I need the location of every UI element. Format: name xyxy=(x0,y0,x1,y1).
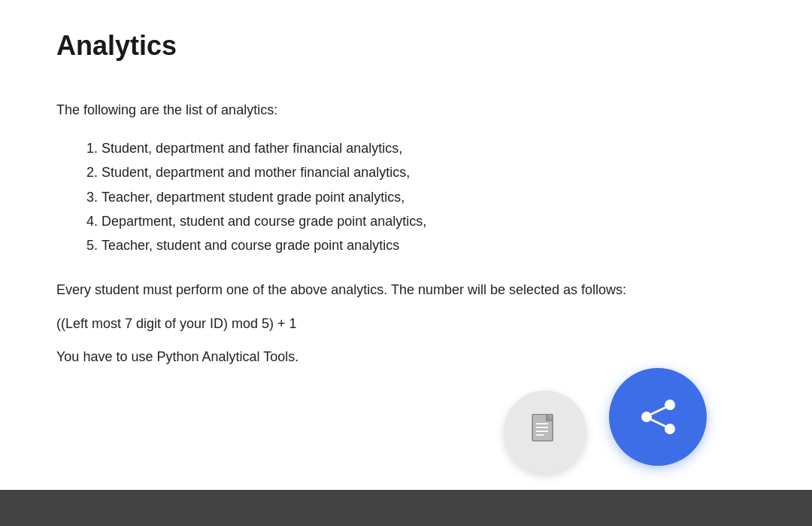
share-fab-button[interactable] xyxy=(609,368,707,466)
list-item: Student, department and father financial… xyxy=(102,136,665,160)
list-item: Teacher, student and course grade point … xyxy=(102,233,665,257)
document-fab-button[interactable] xyxy=(504,391,586,473)
list-item: Teacher, department student grade point … xyxy=(102,185,665,209)
list-item: Department, student and course grade poi… xyxy=(102,209,665,233)
page-title: Analytics xyxy=(56,30,665,62)
svg-point-12 xyxy=(665,424,675,434)
analytics-list: Student, department and father financial… xyxy=(102,136,665,258)
list-item: Student, department and mother financial… xyxy=(102,160,665,184)
body-paragraph: Every student must perform one of the ab… xyxy=(56,279,665,301)
document-icon xyxy=(526,413,564,451)
svg-line-13 xyxy=(652,408,665,414)
footer-bar xyxy=(0,490,812,526)
intro-text: The following are the list of analytics: xyxy=(56,99,665,121)
svg-point-11 xyxy=(641,412,652,422)
share-icon xyxy=(638,397,679,438)
footer-note: You have to use Python Analytical Tools. xyxy=(56,346,665,368)
formula-text: ((Left most 7 digit of your ID) mod 5) +… xyxy=(56,313,665,335)
main-content: Analytics The following are the list of … xyxy=(0,0,722,410)
svg-point-10 xyxy=(665,400,675,410)
svg-line-14 xyxy=(652,420,665,426)
